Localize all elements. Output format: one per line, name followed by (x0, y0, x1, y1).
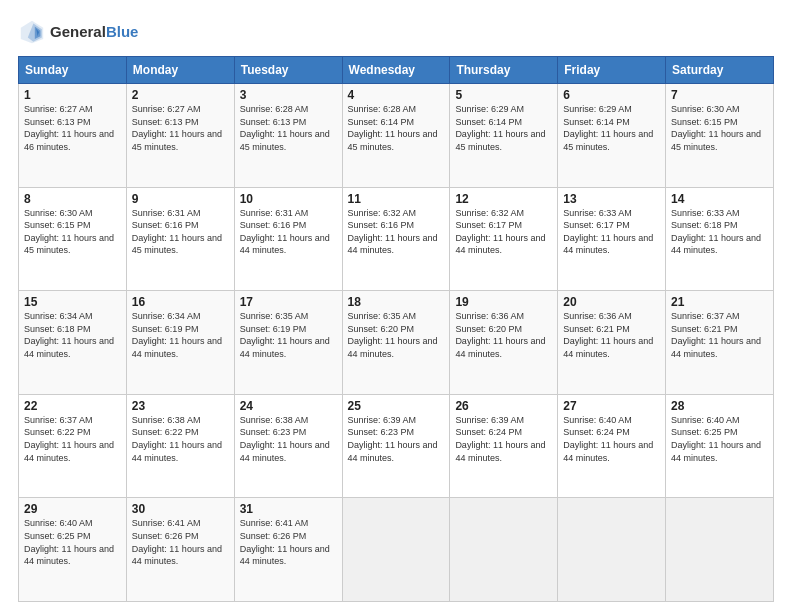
calendar-day-cell: 2 Sunrise: 6:27 AMSunset: 6:13 PMDayligh… (126, 84, 234, 188)
calendar-week-row: 22 Sunrise: 6:37 AMSunset: 6:22 PMDaylig… (19, 394, 774, 498)
calendar-week-row: 1 Sunrise: 6:27 AMSunset: 6:13 PMDayligh… (19, 84, 774, 188)
calendar-day-cell: 20 Sunrise: 6:36 AMSunset: 6:21 PMDaylig… (558, 291, 666, 395)
calendar-day-cell: 26 Sunrise: 6:39 AMSunset: 6:24 PMDaylig… (450, 394, 558, 498)
weekday-header: Thursday (450, 57, 558, 84)
day-info: Sunrise: 6:29 AMSunset: 6:14 PMDaylight:… (563, 103, 660, 153)
weekday-header: Wednesday (342, 57, 450, 84)
calendar-header: SundayMondayTuesdayWednesdayThursdayFrid… (19, 57, 774, 84)
day-info: Sunrise: 6:33 AMSunset: 6:18 PMDaylight:… (671, 207, 768, 257)
calendar-day-cell: 5 Sunrise: 6:29 AMSunset: 6:14 PMDayligh… (450, 84, 558, 188)
weekday-header: Sunday (19, 57, 127, 84)
day-info: Sunrise: 6:34 AMSunset: 6:19 PMDaylight:… (132, 310, 229, 360)
day-number: 15 (24, 295, 121, 309)
calendar-day-cell: 7 Sunrise: 6:30 AMSunset: 6:15 PMDayligh… (666, 84, 774, 188)
calendar-day-cell: 25 Sunrise: 6:39 AMSunset: 6:23 PMDaylig… (342, 394, 450, 498)
weekday-header: Friday (558, 57, 666, 84)
header: GeneralBlue (18, 18, 774, 46)
calendar-day-cell: 21 Sunrise: 6:37 AMSunset: 6:21 PMDaylig… (666, 291, 774, 395)
day-info: Sunrise: 6:40 AMSunset: 6:24 PMDaylight:… (563, 414, 660, 464)
day-number: 4 (348, 88, 445, 102)
calendar-day-cell: 3 Sunrise: 6:28 AMSunset: 6:13 PMDayligh… (234, 84, 342, 188)
calendar-day-cell: 9 Sunrise: 6:31 AMSunset: 6:16 PMDayligh… (126, 187, 234, 291)
calendar-day-cell: 19 Sunrise: 6:36 AMSunset: 6:20 PMDaylig… (450, 291, 558, 395)
day-info: Sunrise: 6:32 AMSunset: 6:17 PMDaylight:… (455, 207, 552, 257)
day-info: Sunrise: 6:28 AMSunset: 6:13 PMDaylight:… (240, 103, 337, 153)
calendar-day-cell: 16 Sunrise: 6:34 AMSunset: 6:19 PMDaylig… (126, 291, 234, 395)
day-number: 11 (348, 192, 445, 206)
day-info: Sunrise: 6:32 AMSunset: 6:16 PMDaylight:… (348, 207, 445, 257)
weekday-header: Saturday (666, 57, 774, 84)
day-number: 16 (132, 295, 229, 309)
day-number: 21 (671, 295, 768, 309)
calendar-day-cell: 1 Sunrise: 6:27 AMSunset: 6:13 PMDayligh… (19, 84, 127, 188)
day-number: 31 (240, 502, 337, 516)
logo-icon (18, 18, 46, 46)
weekday-header: Monday (126, 57, 234, 84)
day-info: Sunrise: 6:29 AMSunset: 6:14 PMDaylight:… (455, 103, 552, 153)
calendar-day-cell (342, 498, 450, 602)
day-info: Sunrise: 6:37 AMSunset: 6:21 PMDaylight:… (671, 310, 768, 360)
calendar-day-cell: 27 Sunrise: 6:40 AMSunset: 6:24 PMDaylig… (558, 394, 666, 498)
calendar-day-cell (666, 498, 774, 602)
day-info: Sunrise: 6:38 AMSunset: 6:22 PMDaylight:… (132, 414, 229, 464)
day-number: 18 (348, 295, 445, 309)
day-number: 6 (563, 88, 660, 102)
calendar-day-cell: 11 Sunrise: 6:32 AMSunset: 6:16 PMDaylig… (342, 187, 450, 291)
calendar-day-cell: 12 Sunrise: 6:32 AMSunset: 6:17 PMDaylig… (450, 187, 558, 291)
day-info: Sunrise: 6:34 AMSunset: 6:18 PMDaylight:… (24, 310, 121, 360)
day-number: 20 (563, 295, 660, 309)
day-info: Sunrise: 6:37 AMSunset: 6:22 PMDaylight:… (24, 414, 121, 464)
calendar-day-cell (450, 498, 558, 602)
day-number: 19 (455, 295, 552, 309)
calendar-day-cell: 22 Sunrise: 6:37 AMSunset: 6:22 PMDaylig… (19, 394, 127, 498)
day-info: Sunrise: 6:35 AMSunset: 6:19 PMDaylight:… (240, 310, 337, 360)
day-number: 26 (455, 399, 552, 413)
day-number: 28 (671, 399, 768, 413)
calendar-day-cell: 10 Sunrise: 6:31 AMSunset: 6:16 PMDaylig… (234, 187, 342, 291)
day-number: 8 (24, 192, 121, 206)
day-info: Sunrise: 6:39 AMSunset: 6:24 PMDaylight:… (455, 414, 552, 464)
day-number: 1 (24, 88, 121, 102)
calendar-day-cell: 8 Sunrise: 6:30 AMSunset: 6:15 PMDayligh… (19, 187, 127, 291)
day-number: 27 (563, 399, 660, 413)
day-info: Sunrise: 6:36 AMSunset: 6:20 PMDaylight:… (455, 310, 552, 360)
logo-text: GeneralBlue (50, 23, 138, 41)
calendar-day-cell: 13 Sunrise: 6:33 AMSunset: 6:17 PMDaylig… (558, 187, 666, 291)
calendar-day-cell: 23 Sunrise: 6:38 AMSunset: 6:22 PMDaylig… (126, 394, 234, 498)
calendar-day-cell: 30 Sunrise: 6:41 AMSunset: 6:26 PMDaylig… (126, 498, 234, 602)
day-info: Sunrise: 6:35 AMSunset: 6:20 PMDaylight:… (348, 310, 445, 360)
calendar-week-row: 15 Sunrise: 6:34 AMSunset: 6:18 PMDaylig… (19, 291, 774, 395)
day-number: 30 (132, 502, 229, 516)
logo: GeneralBlue (18, 18, 138, 46)
calendar-day-cell: 6 Sunrise: 6:29 AMSunset: 6:14 PMDayligh… (558, 84, 666, 188)
day-info: Sunrise: 6:41 AMSunset: 6:26 PMDaylight:… (132, 517, 229, 567)
day-number: 14 (671, 192, 768, 206)
calendar-day-cell: 17 Sunrise: 6:35 AMSunset: 6:19 PMDaylig… (234, 291, 342, 395)
day-number: 5 (455, 88, 552, 102)
weekday-header: Tuesday (234, 57, 342, 84)
day-number: 12 (455, 192, 552, 206)
calendar-day-cell: 28 Sunrise: 6:40 AMSunset: 6:25 PMDaylig… (666, 394, 774, 498)
page: GeneralBlue SundayMondayTuesdayWednesday… (0, 0, 792, 612)
calendar-week-row: 8 Sunrise: 6:30 AMSunset: 6:15 PMDayligh… (19, 187, 774, 291)
calendar-day-cell: 29 Sunrise: 6:40 AMSunset: 6:25 PMDaylig… (19, 498, 127, 602)
day-info: Sunrise: 6:28 AMSunset: 6:14 PMDaylight:… (348, 103, 445, 153)
day-number: 17 (240, 295, 337, 309)
day-number: 22 (24, 399, 121, 413)
calendar-day-cell: 24 Sunrise: 6:38 AMSunset: 6:23 PMDaylig… (234, 394, 342, 498)
day-number: 23 (132, 399, 229, 413)
calendar-day-cell: 18 Sunrise: 6:35 AMSunset: 6:20 PMDaylig… (342, 291, 450, 395)
day-info: Sunrise: 6:30 AMSunset: 6:15 PMDaylight:… (671, 103, 768, 153)
calendar-table: SundayMondayTuesdayWednesdayThursdayFrid… (18, 56, 774, 602)
calendar-body: 1 Sunrise: 6:27 AMSunset: 6:13 PMDayligh… (19, 84, 774, 602)
calendar-day-cell (558, 498, 666, 602)
calendar-week-row: 29 Sunrise: 6:40 AMSunset: 6:25 PMDaylig… (19, 498, 774, 602)
day-info: Sunrise: 6:40 AMSunset: 6:25 PMDaylight:… (24, 517, 121, 567)
day-info: Sunrise: 6:40 AMSunset: 6:25 PMDaylight:… (671, 414, 768, 464)
calendar-day-cell: 14 Sunrise: 6:33 AMSunset: 6:18 PMDaylig… (666, 187, 774, 291)
day-number: 2 (132, 88, 229, 102)
weekday-row: SundayMondayTuesdayWednesdayThursdayFrid… (19, 57, 774, 84)
calendar-day-cell: 31 Sunrise: 6:41 AMSunset: 6:26 PMDaylig… (234, 498, 342, 602)
day-info: Sunrise: 6:39 AMSunset: 6:23 PMDaylight:… (348, 414, 445, 464)
day-number: 10 (240, 192, 337, 206)
